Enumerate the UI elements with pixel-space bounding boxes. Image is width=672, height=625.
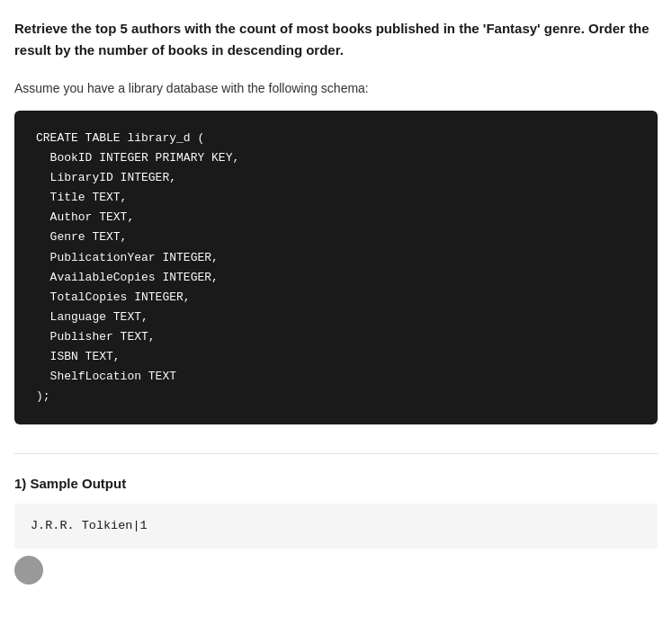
avatar-area [14,556,658,585]
sample-output-block: J.R.R. Tolkien|1 [14,504,658,549]
sql-schema-block: CREATE TABLE library_d ( BookID INTEGER … [14,111,658,424]
schema-intro: Assume you have a library database with … [14,79,658,98]
avatar [14,556,43,585]
sample-output-text: J.R.R. Tolkien|1 [31,519,148,532]
sql-code: CREATE TABLE library_d ( BookID INTEGER … [36,129,636,406]
section-divider [14,453,658,454]
question-text: Retrieve the top 5 authors with the coun… [14,18,658,61]
section-title: 1) Sample Output [14,476,658,491]
